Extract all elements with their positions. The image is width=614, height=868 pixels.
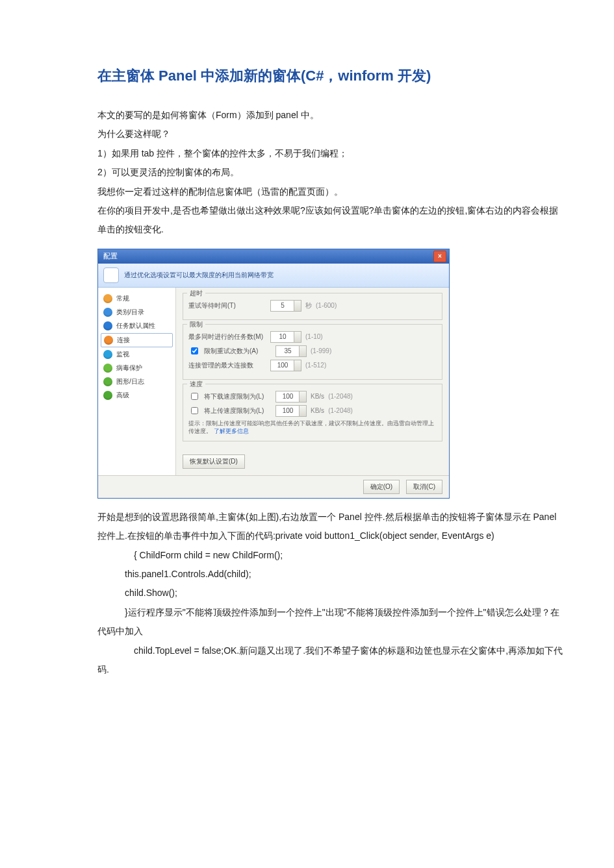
sidebar-item-category[interactable]: 类别/目录 [101,306,173,319]
after-line: 开始是想到的设置思路很简单,主窗体(如上图),右边放置一个 Panel 控件.然… [97,508,565,546]
intro-line: 在你的项目开发中,是否也希望做出做出这种效果呢?应该如何设置呢?单击窗体的左边的… [97,201,565,240]
sidebar-item-connection[interactable]: 连接 [101,333,173,347]
range-label: (1-10) [305,333,323,340]
field-label: 最多同时进行的任务数(M) [188,332,266,341]
row-max-conn: 连接管理的最大连接数 100 (1-512) [188,360,437,371]
group-title: 限制 [187,320,205,329]
dot-icon [104,336,113,345]
dot-icon [103,294,112,303]
cancel-button[interactable]: 取消(C) [406,480,442,494]
ul-speed-input[interactable]: 100 [275,405,307,417]
restore-row: 恢复默认设置(D) [183,454,442,469]
group-speed: 速度 将下载速度限制为(L) 100 KB/s (1-2048) 将上传速度限制… [183,384,442,441]
sidebar-item-graphic[interactable]: 图形/日志 [101,375,173,388]
field-label: 限制重试次数为(A) [204,347,272,356]
row-max-tasks: 最多同时进行的任务数(M) 10 (1-10) [188,331,437,343]
close-icon[interactable]: × [433,251,446,262]
sidebar-item-general[interactable]: 常规 [101,292,173,305]
sidebar-item-label: 监视 [116,350,129,359]
config-sidebar: 常规 类别/目录 任务默认属性 连接 监视 病毒保护 图形/日志 高级 [98,288,176,475]
sidebar-item-label: 常规 [116,294,129,303]
intro-line: 为什么要这样呢？ [97,125,565,143]
field-label: 重试等待时间(T) [188,301,266,310]
dot-icon [103,321,112,330]
sidebar-item-advanced[interactable]: 高级 [101,389,173,402]
field-label: 将上传速度限制为(L) [204,406,272,415]
sidebar-item-virus[interactable]: 病毒保护 [101,362,173,375]
dot-icon [103,364,112,373]
thunder-icon [103,267,119,283]
range-label: (1-999) [311,347,331,354]
sidebar-item-label: 连接 [117,336,130,345]
dl-speed-checkbox[interactable] [191,393,198,400]
group-limit: 限制 最多同时进行的任务数(M) 10 (1-10) 限制重试次数为(A) 35… [183,324,442,380]
field-label: 连接管理的最大连接数 [188,361,266,370]
row-ul-speed: 将上传速度限制为(L) 100 KB/s (1-2048) [188,405,437,417]
range-label: (1-2048) [328,393,353,400]
after-block: 开始是想到的设置思路很简单,主窗体(如上图),右边放置一个 Panel 控件.然… [97,508,565,680]
sidebar-item-label: 病毒保护 [116,364,142,373]
unit-label: KB/s [311,407,324,414]
sidebar-item-label: 高级 [116,391,129,400]
dot-icon [103,308,112,317]
intro-line: 本文的要写的是如何将窗体（Form）添加到 panel 中。 [97,106,565,125]
window-banner: 通过优化选项设置可以最大限度的利用当前网络带宽 [98,264,449,288]
range-label: (1-512) [305,362,326,369]
intro-line: 1）如果用 tab 控件，整个窗体的控件太多，不易于我们编程； [97,144,565,163]
sidebar-item-label: 任务默认属性 [116,321,155,330]
dot-icon [103,377,112,386]
retry-limit-input[interactable]: 35 [275,345,307,357]
group-title: 超时 [187,289,205,298]
speed-hint: 提示：限制上传速度可能影响您其他任务的下载速度，建议不限制上传速度。由迅雷自动管… [188,419,437,436]
dot-icon [103,391,112,400]
intro-block: 本文的要写的是如何将窗体（Form）添加到 panel 中。 为什么要这样呢？ … [97,106,565,240]
window-title-text: 配置 [101,251,433,261]
config-window: 配置 × 通过优化选项设置可以最大限度的利用当前网络带宽 常规 类别/目录 任务… [97,249,450,499]
after-line: child.TopLevel = false;OK.新问题又出现了.我们不希望子… [97,641,565,680]
window-footer: 确定(O) 取消(C) [98,475,449,498]
sidebar-item-label: 图形/日志 [116,377,144,386]
code-line: child.Show(); [97,584,565,602]
max-conn-input[interactable]: 100 [270,360,301,371]
range-label: (1-2048) [328,407,353,414]
window-titlebar: 配置 × [98,249,449,264]
restore-default-button[interactable]: 恢复默认设置(D) [183,454,245,469]
retry-limit-checkbox[interactable] [191,347,198,354]
row-retry-wait: 重试等待时间(T) 5 秒 (1-600) [188,300,437,312]
unit-label: KB/s [311,393,324,400]
code-line: { ChildForm child = new ChildForm(); [97,546,565,565]
row-retry-limit: 限制重试次数为(A) 35 (1-999) [188,345,437,357]
learn-more-link[interactable]: 了解更多信息 [214,428,249,434]
max-tasks-input[interactable]: 10 [270,331,301,343]
config-content: 超时 重试等待时间(T) 5 秒 (1-600) 限制 最多同时进行的任务数(M… [176,288,449,475]
dl-speed-input[interactable]: 100 [275,391,307,403]
after-line: }运行程序显示"不能将顶级控件添加到一个控件上"出现"不能将顶级控件添加到一个控… [97,603,565,641]
intro-line: 我想你一定看过这样的配制信息窗体吧（迅雷的配置页面）。 [97,182,565,201]
ul-speed-checkbox[interactable] [191,407,198,414]
group-title: 速度 [187,380,205,389]
field-label: 将下载速度限制为(L) [204,392,272,401]
code-line: this.panel1.Controls.Add(child); [97,565,565,584]
row-dl-speed: 将下载速度限制为(L) 100 KB/s (1-2048) [188,391,437,403]
dot-icon [103,350,112,359]
sidebar-item-label: 类别/目录 [116,308,144,317]
banner-text: 通过优化选项设置可以最大限度的利用当前网络带宽 [124,271,274,280]
intro-line: 2）可以更灵活的控制窗体的布局。 [97,163,565,182]
range-label: (1-600) [316,302,337,309]
group-timeout: 超时 重试等待时间(T) 5 秒 (1-600) [183,293,442,320]
ok-button[interactable]: 确定(O) [363,480,400,494]
page-title: 在主窗体 Panel 中添加新的窗体(C#，winform 开发) [97,65,565,86]
sidebar-item-task[interactable]: 任务默认属性 [101,319,173,332]
sidebar-item-monitor[interactable]: 监视 [101,348,173,361]
retry-wait-input[interactable]: 5 [270,300,301,312]
unit-label: 秒 [305,301,312,310]
